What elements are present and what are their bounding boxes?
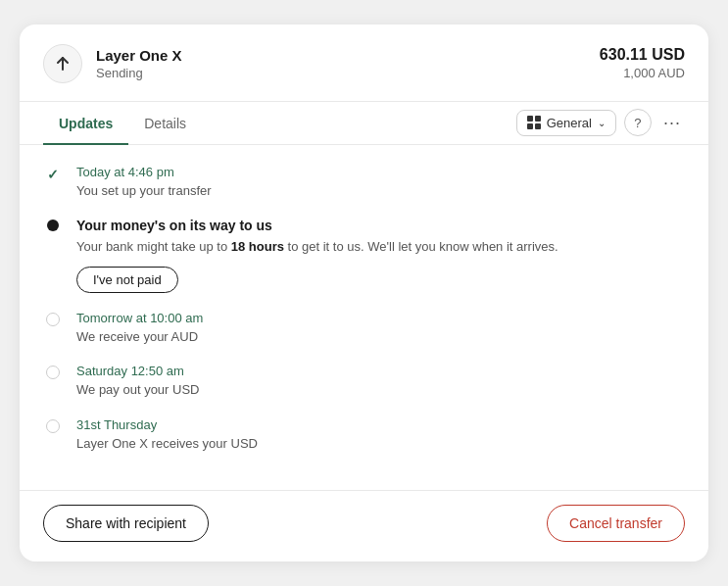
timeline-content-4: Saturday 12:50 am We pay out your USD — [76, 364, 685, 400]
cancel-transfer-button[interactable]: Cancel transfer — [547, 505, 685, 542]
more-button[interactable]: ··· — [659, 111, 685, 135]
timeline-content-5: 31st Thursday Layer One X receives your … — [76, 417, 685, 454]
hours-highlight: 18 hours — [231, 239, 284, 254]
header-amounts: 630.11 USD 1,000 AUD — [600, 46, 685, 80]
timeline-desc-5: Layer One X receives your USD — [76, 434, 685, 454]
timeline-desc-1: You set up your transfer — [76, 181, 685, 201]
timeline-item-3: Tomorrow at 10:00 am We receive your AUD — [43, 311, 685, 347]
tab-updates[interactable]: Updates — [43, 102, 128, 145]
header-left: Layer One X Sending — [43, 44, 182, 83]
dot-empty-icon-5 — [46, 419, 60, 433]
help-button[interactable]: ? — [624, 109, 652, 136]
dot-empty-indicator-4 — [43, 364, 63, 379]
timeline-desc-3: We receive your AUD — [76, 327, 685, 347]
tabs-actions: General ⌄ ? ··· — [516, 109, 685, 136]
timeline-time-4: Saturday 12:50 am — [76, 364, 685, 378]
timeline-item-2: Your money's on its way to us Your bank … — [43, 218, 685, 293]
dot-filled-indicator — [43, 218, 63, 231]
timeline-time-5: 31st Thursday — [76, 417, 685, 432]
dot-empty-icon-4 — [46, 366, 60, 379]
transfer-status: Sending — [96, 66, 182, 80]
timeline-time-1: Today at 4:46 pm — [76, 165, 685, 179]
general-label: General — [547, 116, 592, 130]
footer: Share with recipient Cancel transfer — [20, 490, 708, 562]
timeline-content-2: Your money's on its way to us Your bank … — [76, 218, 685, 293]
timeline-item-1: ✓ Today at 4:46 pm You set up your trans… — [43, 165, 685, 201]
transfer-card: Layer One X Sending 630.11 USD 1,000 AUD… — [20, 24, 708, 562]
timeline-content-3: Tomorrow at 10:00 am We receive your AUD — [76, 311, 685, 347]
tab-list: Updates Details — [43, 102, 202, 144]
timeline-desc-4: We pay out your USD — [76, 380, 685, 400]
secondary-amount: 1,000 AUD — [600, 66, 685, 80]
tabs-row: Updates Details General ⌄ ? ··· — [20, 102, 708, 145]
header-company-info: Layer One X Sending — [96, 47, 182, 80]
share-with-recipient-button[interactable]: Share with recipient — [43, 505, 209, 542]
general-dropdown[interactable]: General ⌄ — [516, 110, 616, 136]
timeline-content-1: Today at 4:46 pm You set up your transfe… — [76, 165, 685, 201]
timeline-item-5: 31st Thursday Layer One X receives your … — [43, 417, 685, 454]
dot-filled-icon — [47, 220, 59, 231]
timeline-item-4: Saturday 12:50 am We pay out your USD — [43, 364, 685, 400]
chevron-down-icon: ⌄ — [598, 118, 606, 128]
tab-details[interactable]: Details — [128, 102, 202, 145]
grid-icon — [527, 116, 541, 129]
check-icon: ✓ — [47, 167, 59, 182]
not-paid-button[interactable]: I've not paid — [76, 267, 178, 293]
money-detail: Your bank might take up to 18 hours to g… — [76, 237, 685, 257]
money-title: Your money's on its way to us — [76, 218, 685, 233]
dot-empty-indicator-5 — [43, 417, 63, 433]
check-indicator: ✓ — [43, 165, 63, 182]
timeline: ✓ Today at 4:46 pm You set up your trans… — [20, 145, 708, 487]
company-name: Layer One X — [96, 47, 182, 64]
card-header: Layer One X Sending 630.11 USD 1,000 AUD — [20, 24, 708, 102]
dot-empty-indicator-3 — [43, 311, 63, 326]
send-icon — [43, 44, 82, 83]
primary-amount: 630.11 USD — [600, 46, 685, 64]
dot-empty-icon-3 — [46, 313, 60, 326]
timeline-time-3: Tomorrow at 10:00 am — [76, 311, 685, 325]
